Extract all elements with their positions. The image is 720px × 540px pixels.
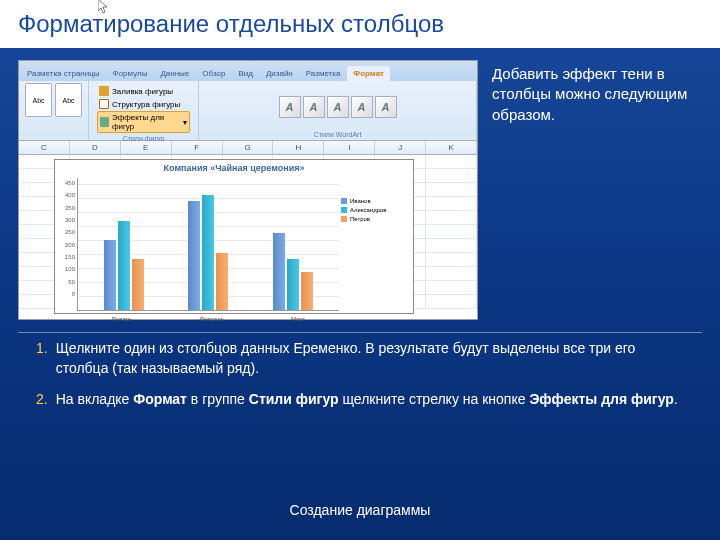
legend-item: Петров xyxy=(341,216,407,222)
ribbon-tabs: Разметка страницы Формулы Данные Обзор В… xyxy=(19,61,477,81)
tab-layout[interactable]: Разметка xyxy=(300,66,347,81)
col-header[interactable]: C xyxy=(19,141,70,154)
chart-bar[interactable] xyxy=(188,201,200,310)
chart-bar[interactable] xyxy=(287,259,299,310)
col-header[interactable]: E xyxy=(121,141,172,154)
tab-data[interactable]: Данные xyxy=(154,66,195,81)
chart-bar[interactable] xyxy=(202,195,214,310)
step-2: 2. На вкладке Формат в группе Стили фигу… xyxy=(36,390,684,410)
wordart-style-3[interactable]: A xyxy=(327,96,349,118)
legend-item: Александров xyxy=(341,207,407,213)
legend-swatch-icon xyxy=(341,198,347,204)
shape-fill-button[interactable]: Заливка фигуры xyxy=(97,85,190,97)
wordart-label: Стили WordArt xyxy=(205,131,470,138)
col-header[interactable]: J xyxy=(375,141,426,154)
step-text: На вкладке Формат в группе Стили фигур щ… xyxy=(56,390,678,410)
wordart-style-1[interactable]: A xyxy=(279,96,301,118)
wordart-style-4[interactable]: A xyxy=(351,96,373,118)
y-axis: 450400350300250200150100500 xyxy=(57,178,77,311)
shape-style-2[interactable]: Abc xyxy=(55,83,82,117)
steps-list: 1. Щелкните один из столбцов данных Ерем… xyxy=(18,332,702,410)
slide-title: Форматирование отдельных столбцов xyxy=(0,0,720,48)
shape-effects-group: Заливка фигуры Структура фигуры Эффекты … xyxy=(89,81,199,140)
embedded-chart[interactable]: Компания «Чайная церемония» 450400350300… xyxy=(54,159,414,314)
tab-design[interactable]: Дизайн xyxy=(260,66,299,81)
col-header[interactable]: F xyxy=(172,141,223,154)
chart-bar[interactable] xyxy=(273,233,285,310)
footer-text: Создание диаграммы xyxy=(0,502,720,518)
tab-view[interactable]: Вид xyxy=(232,66,258,81)
step-text: Щелкните один из столбцов данных Еременк… xyxy=(56,339,684,378)
chart-bar[interactable] xyxy=(132,259,144,310)
fill-icon xyxy=(99,86,109,96)
legend-item: Иванов xyxy=(341,198,407,204)
content-area: Разметка страницы Формулы Данные Обзор В… xyxy=(0,48,720,332)
bar-group xyxy=(273,233,313,310)
wordart-style-2[interactable]: A xyxy=(303,96,325,118)
shape-outline-button[interactable]: Структура фигуры xyxy=(97,98,190,110)
col-header[interactable]: K xyxy=(426,141,477,154)
chart-plot: Январь Февраль Март xyxy=(77,178,339,311)
col-header[interactable]: D xyxy=(70,141,121,154)
chart-title: Компания «Чайная церемония» xyxy=(55,160,413,176)
tab-review[interactable]: Обзор xyxy=(196,66,231,81)
chart-bar[interactable] xyxy=(301,272,313,310)
column-headers: C D E F G H I J K xyxy=(19,141,477,155)
step-number: 1. xyxy=(36,339,48,378)
excel-screenshot: Разметка страницы Формулы Данные Обзор В… xyxy=(18,60,478,320)
shape-styles-group: Abc Abc xyxy=(19,81,89,140)
chart-body: 450400350300250200150100500 Январь Февра… xyxy=(55,176,413,313)
wordart-style-5[interactable]: A xyxy=(375,96,397,118)
tab-formulas[interactable]: Формулы xyxy=(107,66,154,81)
x-axis-labels: Январь Февраль Март xyxy=(78,316,339,322)
col-header[interactable]: G xyxy=(223,141,274,154)
col-header[interactable]: H xyxy=(273,141,324,154)
chart-bar[interactable] xyxy=(216,253,228,311)
legend-swatch-icon xyxy=(341,216,347,222)
description-text: Добавить эффект тени в столбцы можно сле… xyxy=(490,60,702,320)
ribbon-body: Abc Abc Заливка фигуры Структура фигуры … xyxy=(19,81,477,141)
col-header[interactable]: I xyxy=(324,141,375,154)
worksheet-area: C D E F G H I J K xyxy=(19,141,477,319)
shape-effects-button[interactable]: Эффекты для фигур▾ xyxy=(97,111,190,133)
wordart-group: A A A A A Стили WordArt xyxy=(199,81,477,140)
bar-group xyxy=(188,195,228,310)
outline-icon xyxy=(99,99,109,109)
step-1: 1. Щелкните один из столбцов данных Ерем… xyxy=(36,339,684,378)
tab-page-layout[interactable]: Разметка страницы xyxy=(21,66,106,81)
chart-bar[interactable] xyxy=(104,240,116,310)
shape-style-1[interactable]: Abc xyxy=(25,83,52,117)
legend-swatch-icon xyxy=(341,207,347,213)
tab-format[interactable]: Формат xyxy=(347,66,390,81)
chart-bar[interactable] xyxy=(118,221,130,310)
chart-legend: Иванов Александров Петров xyxy=(339,178,409,311)
bar-group xyxy=(104,221,144,310)
step-number: 2. xyxy=(36,390,48,410)
dropdown-arrow-icon: ▾ xyxy=(183,118,187,127)
effects-icon xyxy=(100,117,109,127)
